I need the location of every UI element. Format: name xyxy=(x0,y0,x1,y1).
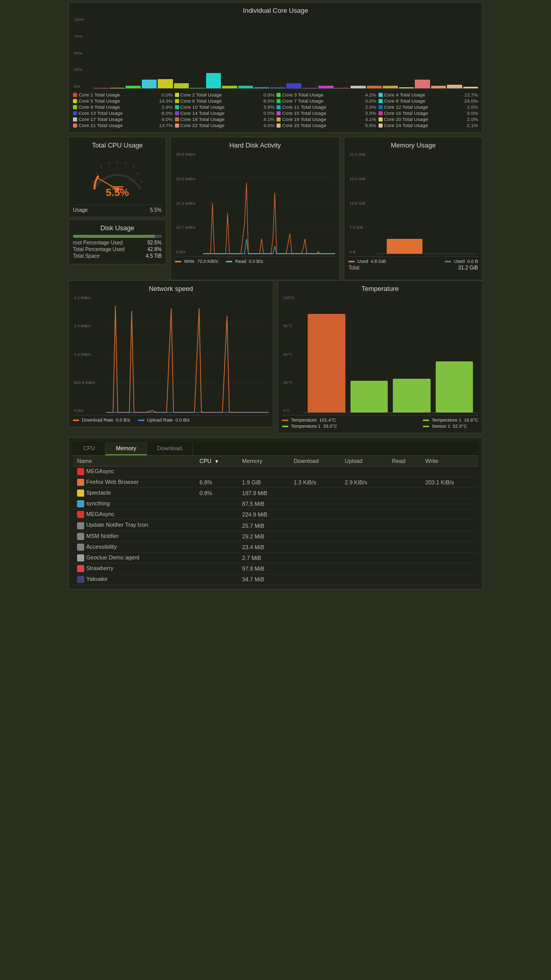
temp2-color xyxy=(282,426,288,427)
core-bar xyxy=(190,88,205,88)
table-row[interactable]: MEGAsync 224.9 MiB xyxy=(73,509,478,520)
process-tbody: MEGAsync Firefox Web Browser 6.8% 1.9 Gi… xyxy=(73,467,478,585)
upload-label: Upload Rate xyxy=(147,418,173,423)
process-read xyxy=(388,531,421,542)
core-legend-name: Core 21 Total Usage xyxy=(79,122,158,128)
table-row[interactable]: Strawberry 97.8 MiB xyxy=(73,563,478,574)
core-bar xyxy=(447,85,462,88)
core-legend-item: Core 21 Total Usage13.7% xyxy=(73,122,173,128)
memory-y-labels: 31.2 GiB 23.4 GiB 15.6 GiB 7.8 GiB 0 B xyxy=(349,152,365,254)
process-write xyxy=(421,509,478,520)
table-row[interactable]: Spectacle 0.8% 187.9 MiB xyxy=(73,488,478,499)
table-row[interactable]: syncthing 87.5 MiB xyxy=(73,499,478,509)
core-bar xyxy=(431,86,446,88)
process-cpu xyxy=(195,542,238,552)
core-bar xyxy=(286,83,302,88)
core-legend-item: Core 2 Total Usage0.0% xyxy=(175,92,275,97)
core-legend-val: 3.9% xyxy=(365,110,377,116)
root-row: root Percentage Used 92.5% xyxy=(73,240,162,246)
process-upload xyxy=(341,542,388,552)
core-legend-val: 8.0% xyxy=(162,110,173,116)
core-legend-val: 3.9% xyxy=(162,104,173,110)
process-read xyxy=(388,509,421,520)
core-legend-item: Core 14 Total Usage0.0% xyxy=(175,110,275,116)
core-legend-dot xyxy=(277,99,281,103)
core-legend-val: 4.0% xyxy=(263,122,274,128)
tab-memory[interactable]: Memory xyxy=(106,442,147,455)
table-header-row: Name CPU ▼ Memory Download Upload Read W… xyxy=(73,456,478,467)
process-memory: 2.7 MiB xyxy=(238,552,290,563)
temp3-label: Temperature 1 xyxy=(432,418,461,423)
core-legend-item: Core 12 Total Usage2.0% xyxy=(379,104,479,110)
temp-legend: Temperature 101.4°C Temperature 1 33.0°C… xyxy=(282,415,478,429)
sensor1-value: 52.9°C xyxy=(453,424,467,429)
core-legend-dot xyxy=(73,105,77,109)
core-legend-dot xyxy=(175,93,179,97)
total-cpu-panel: Total CPU Usage xyxy=(68,137,166,217)
core-legend-item: Core 17 Total Usage4.0% xyxy=(73,116,173,122)
process-read xyxy=(388,488,421,499)
process-write: 203.1 KiB/s xyxy=(421,477,478,488)
table-row[interactable]: Yakuake 34.7 MiB xyxy=(73,574,478,584)
col-download[interactable]: Download xyxy=(290,456,341,467)
core-legend-dot xyxy=(379,111,383,115)
process-memory: 97.8 MiB xyxy=(238,563,290,574)
core-legend-val: 14.3% xyxy=(159,98,173,104)
memory-used-color xyxy=(348,261,355,262)
core-legend-name: Core 6 Total Usage xyxy=(181,98,262,104)
process-memory: 1.9 GiB xyxy=(238,477,290,488)
svg-line-7 xyxy=(95,173,98,174)
col-name[interactable]: Name xyxy=(73,456,195,467)
tab-download[interactable]: Download xyxy=(147,442,193,455)
core-legend-name: Core 22 Total Usage xyxy=(181,122,262,128)
process-name: MEGAsync xyxy=(73,467,195,477)
process-upload xyxy=(341,499,388,509)
table-row[interactable]: Geoclue Demo agent 2.7 MiB xyxy=(73,552,478,563)
core-bar xyxy=(383,86,398,88)
write-value: 72.0 KiB/s xyxy=(197,259,218,264)
table-row[interactable]: MEGAsync xyxy=(73,467,478,477)
core-legend-dot xyxy=(73,111,77,115)
core-legend-item: Core 6 Total Usage8.0% xyxy=(175,98,275,104)
core-legend-name: Core 16 Total Usage xyxy=(384,110,466,116)
hard-disk-svg xyxy=(203,152,335,254)
process-upload xyxy=(341,467,388,477)
cpu-gauge-area: 5.5% xyxy=(73,152,162,203)
core-legend-item: Core 4 Total Usage13.7% xyxy=(379,92,479,97)
process-cpu xyxy=(195,552,238,563)
core-legend-item: Core 23 Total Usage5.8% xyxy=(277,122,377,128)
col-write[interactable]: Write xyxy=(421,456,478,467)
core-legend-val: 4.1% xyxy=(365,116,377,122)
core-bar xyxy=(254,87,269,89)
process-download xyxy=(290,563,341,574)
process-upload xyxy=(341,552,388,563)
col-memory[interactable]: Memory xyxy=(238,456,290,467)
col-cpu[interactable]: CPU ▼ xyxy=(195,456,238,467)
col-upload[interactable]: Upload xyxy=(341,456,388,467)
total-space-row: Total Space 4.5 TiB xyxy=(73,253,162,259)
core-legend-dot xyxy=(73,93,77,97)
core-legend-name: Core 24 Total Usage xyxy=(384,122,466,128)
table-row[interactable]: Firefox Web Browser 6.8% 1.9 GiB 1.3 KiB… xyxy=(73,477,478,488)
svg-line-8 xyxy=(137,173,139,174)
root-bar-outer xyxy=(73,235,162,238)
core-legend-item: Core 22 Total Usage4.0% xyxy=(175,122,275,128)
process-upload xyxy=(341,574,388,584)
process-write xyxy=(421,520,478,531)
temp-y-labels: 120°C 90°C 60°C 30°C 0°C xyxy=(283,296,294,413)
core-legend-dot xyxy=(73,124,77,128)
table-row[interactable]: Update Notifier Tray Icon 25.7 MiB xyxy=(73,520,478,531)
memory-legend: Used 4.8 GiB Used 0.0 B xyxy=(348,256,478,264)
core-bar xyxy=(110,88,125,88)
table-row[interactable]: Accessibility 23.4 MiB xyxy=(73,542,478,552)
core-legend-dot xyxy=(277,117,281,121)
core-legend-dot xyxy=(379,105,383,109)
root-value: 92.5% xyxy=(147,240,162,246)
tab-cpu[interactable]: CPU xyxy=(73,442,106,455)
core-legend-item: Core 8 Total Usage24.0% xyxy=(379,98,479,104)
memory-used-value: 4.8 GiB xyxy=(371,259,386,264)
core-legend-name: Core 15 Total Usage xyxy=(282,110,364,116)
col-read[interactable]: Read xyxy=(388,456,421,467)
core-legend-val: 0.0% xyxy=(263,92,274,97)
table-row[interactable]: MSM Notifier 29.2 MiB xyxy=(73,531,478,542)
